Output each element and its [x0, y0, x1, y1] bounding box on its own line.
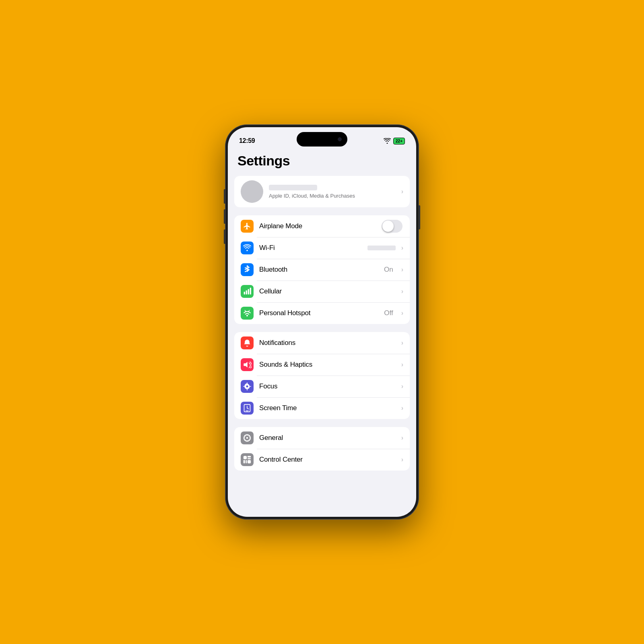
cellular-icon — [243, 287, 251, 295]
notifications-chevron: › — [401, 339, 403, 347]
wifi-chevron: › — [401, 244, 403, 252]
apple-id-text: Apple ID, iCloud, Media & Purchases — [269, 185, 396, 199]
general-icon — [243, 433, 252, 442]
wifi-setting-icon — [243, 244, 251, 252]
svg-rect-9 — [248, 456, 251, 458]
control-center-label: Control Center — [259, 456, 396, 464]
wifi-icon — [384, 138, 391, 144]
svg-rect-8 — [244, 456, 247, 459]
wifi-value — [367, 246, 396, 250]
bluetooth-chevron: › — [401, 266, 403, 273]
general-label: General — [259, 434, 396, 442]
cellular-label: Cellular — [259, 287, 396, 295]
personal-hotspot-row[interactable]: Personal Hotspot Off › — [234, 302, 410, 324]
system-card: Notifications › Sounds & Haptics › — [234, 332, 410, 419]
hotspot-icon — [243, 310, 252, 317]
airplane-mode-row[interactable]: Airplane Mode — [234, 215, 410, 237]
control-center-icon-wrap — [241, 453, 254, 466]
notifications-label: Notifications — [259, 339, 396, 347]
avatar — [241, 180, 263, 203]
focus-icon-wrap — [241, 380, 254, 393]
spacer-2 — [228, 328, 416, 332]
sounds-icon-wrap — [241, 358, 254, 371]
connectivity-card: Airplane Mode Wi-Fi — [234, 215, 410, 324]
notifications-icon-wrap — [241, 336, 254, 349]
airplane-mode-toggle-thumb — [382, 221, 394, 232]
svg-rect-13 — [248, 460, 251, 463]
svg-rect-2 — [248, 289, 249, 294]
focus-chevron: › — [401, 383, 403, 390]
bluetooth-value: On — [384, 266, 393, 274]
bluetooth-icon — [244, 265, 250, 274]
svg-point-4 — [246, 315, 248, 316]
general-chevron: › — [401, 434, 403, 442]
sounds-haptics-label: Sounds & Haptics — [259, 361, 396, 369]
focus-label: Focus — [259, 382, 396, 390]
bluetooth-label: Bluetooth — [259, 266, 378, 274]
phone-screen: 12:59 22+ Settings — [228, 127, 416, 517]
status-icons: 22+ — [384, 138, 405, 144]
airplane-mode-label: Airplane Mode — [259, 222, 376, 230]
sounds-chevron: › — [401, 361, 403, 368]
screen-time-chevron: › — [401, 405, 403, 412]
notifications-icon — [243, 339, 251, 347]
apple-id-name-placeholder — [269, 185, 317, 190]
sounds-icon — [243, 361, 252, 368]
cellular-icon-wrap — [241, 285, 254, 298]
screen-time-label: Screen Time — [259, 404, 396, 412]
svg-rect-0 — [244, 292, 245, 295]
airplane-mode-icon-wrap — [241, 220, 254, 233]
apple-id-subtitle: Apple ID, iCloud, Media & Purchases — [269, 193, 396, 199]
control-center-row[interactable]: Control Center › — [234, 449, 410, 471]
svg-rect-11 — [244, 460, 245, 463]
wifi-row[interactable]: Wi-Fi › — [234, 237, 410, 259]
hotspot-icon-wrap — [241, 307, 254, 320]
apple-id-row[interactable]: Apple ID, iCloud, Media & Purchases › — [234, 176, 410, 207]
status-bar: 12:59 22+ — [228, 127, 416, 149]
spacer-3 — [228, 423, 416, 427]
spacer-1 — [228, 211, 416, 215]
general-card: General › Cont — [234, 427, 410, 471]
wifi-icon-wrap — [241, 242, 254, 254]
wifi-network-placeholder — [367, 246, 396, 250]
notifications-row[interactable]: Notifications › — [234, 332, 410, 354]
airplane-mode-toggle[interactable] — [382, 220, 402, 233]
cellular-chevron: › — [401, 288, 403, 295]
bluetooth-icon-wrap — [241, 263, 254, 276]
svg-point-7 — [246, 437, 248, 439]
phone-frame: 12:59 22+ Settings — [225, 125, 419, 519]
sounds-haptics-row[interactable]: Sounds & Haptics › — [234, 354, 410, 376]
svg-rect-3 — [250, 288, 251, 295]
personal-hotspot-chevron: › — [401, 310, 403, 317]
focus-row[interactable]: Focus › — [234, 376, 410, 397]
bluetooth-row[interactable]: Bluetooth On › — [234, 259, 410, 281]
cellular-row[interactable]: Cellular › — [234, 281, 410, 302]
settings-scroll-content[interactable]: Settings Apple ID, iCloud, Media & Purch… — [228, 149, 416, 517]
svg-rect-12 — [246, 460, 247, 463]
control-center-chevron: › — [401, 456, 403, 463]
dynamic-island — [297, 132, 347, 147]
personal-hotspot-label: Personal Hotspot — [259, 309, 378, 317]
personal-hotspot-value: Off — [384, 309, 393, 317]
focus-icon — [243, 382, 251, 390]
general-icon-wrap — [241, 431, 254, 444]
wifi-label: Wi-Fi — [259, 244, 362, 252]
apple-id-card[interactable]: Apple ID, iCloud, Media & Purchases › — [234, 176, 410, 207]
airplane-icon — [243, 222, 251, 230]
apple-id-chevron: › — [401, 188, 403, 195]
camera-dot — [338, 137, 342, 141]
svg-point-5 — [246, 386, 248, 388]
battery-badge: 22+ — [393, 138, 405, 144]
screen-time-icon-wrap — [241, 402, 254, 415]
svg-rect-1 — [246, 291, 247, 295]
screen-time-icon — [243, 404, 251, 413]
status-time: 12:59 — [239, 137, 255, 144]
general-row[interactable]: General › — [234, 427, 410, 449]
control-center-icon — [243, 455, 252, 464]
screen-time-row[interactable]: Screen Time › — [234, 397, 410, 419]
page-title: Settings — [228, 149, 416, 176]
svg-rect-10 — [248, 458, 251, 459]
